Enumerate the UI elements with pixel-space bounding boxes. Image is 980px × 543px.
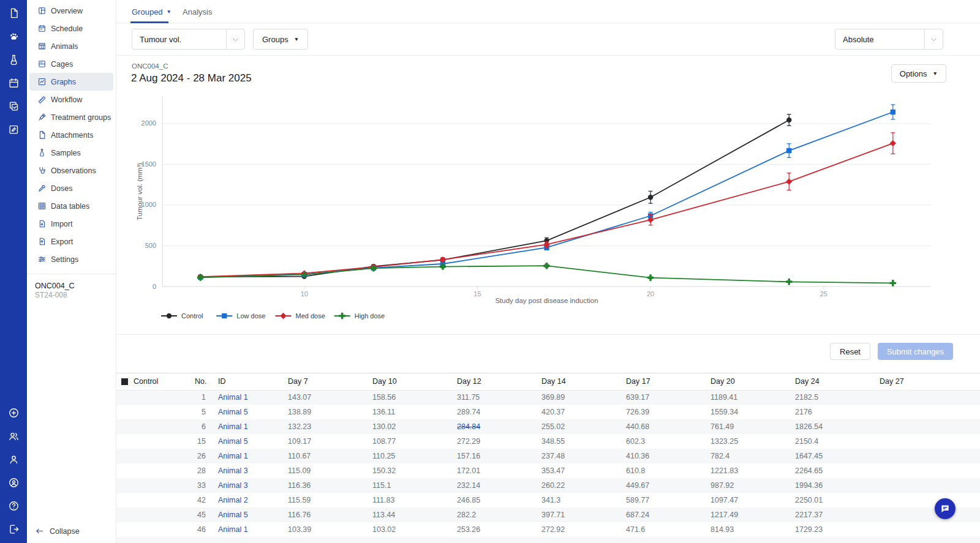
animal-link[interactable]: Animal 5 [218, 437, 248, 446]
measurement-cell[interactable]: 987.92 [710, 478, 795, 493]
sidebar-item-graphs[interactable]: Graphs [29, 73, 113, 91]
measurement-cell[interactable]: 726.39 [626, 405, 710, 419]
groups-button[interactable]: Groups ▼ [253, 29, 308, 50]
measurement-cell[interactable]: 1647.45 [795, 449, 880, 463]
measurement-cell[interactable]: 449.67 [626, 478, 710, 493]
measurement-cell[interactable]: 2264.65 [795, 463, 880, 478]
measurement-cell[interactable]: 2217.37 [795, 507, 880, 522]
measurement-cell[interactable] [880, 434, 980, 449]
sidebar-item-samples[interactable]: Samples [29, 144, 113, 162]
submit-changes-button[interactable]: Submit changes [878, 343, 953, 360]
rail-log-out-button[interactable] [3, 517, 24, 541]
animal-link[interactable]: Animal 1 [218, 525, 248, 534]
measurement-cell[interactable]: 116.76 [288, 507, 372, 522]
measurement-cell[interactable]: 103.02 [372, 522, 457, 537]
measurement-cell[interactable]: 410.36 [626, 449, 710, 463]
measurement-cell[interactable]: 103.39 [288, 522, 372, 537]
measurement-cell[interactable]: 589.77 [626, 493, 710, 507]
animal-link[interactable]: Animal 1 [218, 393, 248, 402]
measurement-cell[interactable]: 602.3 [626, 434, 710, 449]
measurement-cell[interactable]: 255.02 [541, 419, 626, 434]
measurement-cell[interactable]: 116.36 [288, 478, 372, 493]
chat-launcher-button[interactable] [935, 498, 956, 519]
sidebar-item-schedule[interactable]: Schedule [29, 20, 113, 37]
animal-link[interactable]: Animal 3 [218, 466, 248, 475]
sidebar-item-data-tables[interactable]: Data tables [29, 197, 113, 215]
animal-link[interactable]: Animal 5 [218, 511, 248, 519]
measurement-cell[interactable]: 353.47 [541, 463, 626, 478]
measurement-cell[interactable]: 110.67 [288, 449, 372, 463]
measurement-cell[interactable] [880, 478, 980, 493]
measurement-cell[interactable]: 1217.49 [710, 507, 795, 522]
measurement-cell[interactable]: 440.68 [626, 419, 710, 434]
measurement-cell[interactable]: 2176 [795, 405, 880, 419]
sidebar-item-animals[interactable]: Animals [29, 37, 113, 55]
measurement-cell[interactable]: 109.17 [288, 434, 372, 449]
measurement-cell[interactable]: 610.8 [626, 463, 710, 478]
sidebar-item-import[interactable]: Import [29, 215, 113, 233]
sidebar-item-overview[interactable]: Overview [29, 2, 113, 20]
measurement-cell[interactable]: 369.89 [541, 390, 626, 405]
rail-paw-button[interactable] [3, 24, 24, 48]
rail-support-button[interactable] [3, 471, 24, 494]
measurement-cell[interactable] [880, 449, 980, 463]
animal-link[interactable]: Animal 1 [218, 422, 248, 431]
options-button[interactable]: Options ▼ [891, 64, 946, 83]
measurement-cell[interactable]: 311.75 [457, 390, 541, 405]
measurement-cell[interactable]: 348.55 [541, 434, 626, 449]
sidebar-item-settings[interactable]: Settings [29, 250, 113, 268]
measurement-cell[interactable]: 282.2 [457, 507, 541, 522]
measurement-cell[interactable]: 272.29 [457, 434, 541, 449]
measurement-cell[interactable] [880, 463, 980, 478]
animal-link[interactable]: Animal 2 [218, 496, 248, 504]
sidebar-item-treatment-groups[interactable]: Treatment groups [29, 108, 113, 126]
measurement-cell[interactable]: 130.02 [372, 419, 457, 434]
rail-user-button[interactable] [3, 448, 24, 471]
rail-test-tube-button[interactable] [3, 48, 24, 71]
collapse-button[interactable]: Collapse [35, 526, 80, 536]
measurement-cell[interactable]: 115.1 [372, 478, 457, 493]
measurement-cell[interactable]: 110.25 [372, 449, 457, 463]
sidebar-item-attachments[interactable]: Attachments [29, 126, 113, 144]
measurement-cell[interactable]: 1189.41 [710, 390, 795, 405]
measurement-cell[interactable]: 108.77 [372, 434, 457, 449]
measurement-cell[interactable]: 136.11 [372, 405, 457, 419]
measurement-cell[interactable]: 687.24 [626, 507, 710, 522]
rail-help-button[interactable] [3, 494, 24, 517]
measurement-cell[interactable] [880, 390, 980, 405]
sidebar-item-cages[interactable]: Cages [29, 55, 113, 73]
sidebar-item-observations[interactable]: Observations [29, 162, 113, 179]
measurement-cell[interactable] [880, 493, 980, 507]
measurement-cell[interactable]: 1559.34 [710, 405, 795, 419]
measure-select[interactable]: Tumour vol. [132, 29, 245, 50]
measurement-cell[interactable]: 1994.36 [795, 478, 880, 493]
chevron-down-icon[interactable] [924, 29, 943, 49]
animal-link[interactable]: Animal 3 [218, 481, 248, 490]
measurement-cell[interactable]: 420.37 [541, 405, 626, 419]
scale-select[interactable]: Absolute [835, 29, 943, 50]
rail-plus-circle-button[interactable] [3, 401, 24, 424]
sidebar-item-doses[interactable]: Doses [29, 179, 113, 197]
chevron-down-icon[interactable] [226, 29, 244, 49]
measurement-cell[interactable]: 782.4 [710, 449, 795, 463]
measurement-cell[interactable]: 115.59 [288, 493, 372, 507]
rail-note-edit-button[interactable] [3, 118, 24, 141]
measurement-cell[interactable]: 138.89 [288, 405, 372, 419]
excluded-value[interactable]: 284.84 [457, 422, 480, 431]
measurement-cell[interactable]: 272.92 [541, 522, 626, 537]
measurement-cell[interactable] [880, 405, 980, 419]
measurement-cell[interactable]: 113.44 [372, 507, 457, 522]
measurement-cell[interactable]: 289.74 [457, 405, 541, 419]
sidebar-item-workflow[interactable]: Workflow [29, 91, 113, 108]
measurement-cell[interactable]: 397.71 [541, 507, 626, 522]
measurement-cell[interactable]: 1221.83 [710, 463, 795, 478]
measurement-cell[interactable]: 814.93 [710, 522, 795, 537]
rail-tasks-button[interactable] [3, 94, 24, 118]
reset-button[interactable]: Reset [830, 343, 870, 360]
measurement-cell[interactable]: 143.07 [288, 390, 372, 405]
measurement-cell[interactable]: 246.85 [457, 493, 541, 507]
measurement-cell[interactable]: 172.01 [457, 463, 541, 478]
tab-analysis[interactable]: Analysis [183, 0, 212, 23]
measurement-cell[interactable]: 150.32 [372, 463, 457, 478]
rail-calendar-button[interactable] [3, 71, 24, 94]
